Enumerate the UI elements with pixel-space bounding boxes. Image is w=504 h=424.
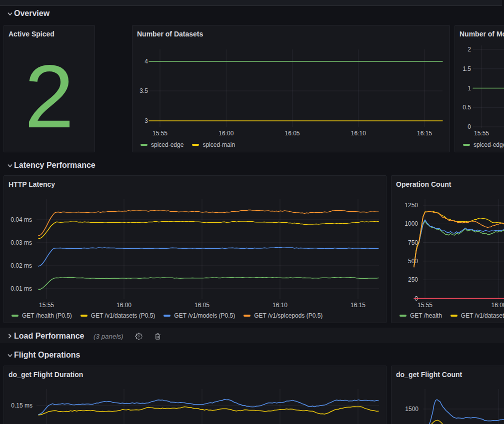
svg-text:0.04 ms: 0.04 ms — [10, 216, 32, 223]
svg-text:16:15: 16:15 — [417, 130, 432, 137]
svg-text:750: 750 — [408, 239, 418, 246]
svg-text:0.03 ms: 0.03 ms — [10, 239, 32, 246]
svg-text:0.01 ms: 0.01 ms — [10, 285, 32, 292]
svg-text:0.15 ms: 0.15 ms — [11, 402, 32, 409]
svg-text:16:00: 16:00 — [218, 130, 234, 137]
svg-text:15:55: 15:55 — [152, 130, 168, 137]
svg-text:15:55: 15:55 — [418, 302, 432, 309]
svg-text:16:10: 16:10 — [351, 130, 366, 137]
svg-text:16:00: 16:00 — [116, 302, 132, 309]
svg-text:2: 2 — [468, 46, 471, 53]
svg-text:1.5: 1.5 — [462, 65, 471, 72]
svg-text:15:55: 15:55 — [39, 302, 54, 309]
svg-text:0: 0 — [468, 123, 471, 130]
svg-text:16:15: 16:15 — [350, 302, 366, 309]
svg-text:250: 250 — [408, 276, 418, 283]
svg-text:3: 3 — [144, 117, 148, 124]
svg-text:3.5: 3.5 — [140, 87, 148, 94]
svg-text:1: 1 — [468, 85, 471, 92]
svg-text:0.02 ms: 0.02 ms — [10, 262, 32, 269]
svg-text:0.5: 0.5 — [462, 104, 471, 111]
svg-text:1250: 1250 — [404, 202, 418, 209]
svg-text:15:55: 15:55 — [474, 130, 489, 137]
svg-text:500: 500 — [408, 258, 418, 265]
svg-text:16:05: 16:05 — [194, 302, 210, 309]
svg-text:1000: 1000 — [404, 220, 418, 227]
svg-text:16:00: 16:00 — [491, 302, 504, 309]
svg-text:16:10: 16:10 — [272, 302, 288, 309]
svg-text:4: 4 — [144, 58, 148, 65]
svg-text:1500: 1500 — [405, 406, 418, 413]
svg-text:16:05: 16:05 — [284, 130, 300, 137]
